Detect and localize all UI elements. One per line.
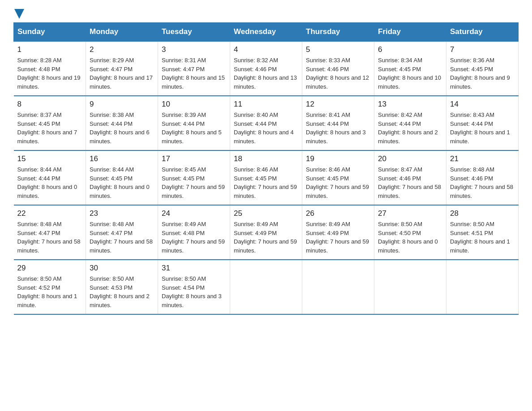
- day-info: Sunrise: 8:48 AMSunset: 4:46 PMDaylight:…: [450, 165, 515, 200]
- day-info: Sunrise: 8:46 AMSunset: 4:45 PMDaylight:…: [306, 165, 370, 200]
- day-info: Sunrise: 8:49 AMSunset: 4:49 PMDaylight:…: [306, 220, 370, 255]
- calendar-cell: 11Sunrise: 8:40 AMSunset: 4:44 PMDayligh…: [230, 96, 302, 150]
- day-info: Sunrise: 8:42 AMSunset: 4:44 PMDaylight:…: [378, 111, 442, 146]
- day-info: Sunrise: 8:34 AMSunset: 4:45 PMDaylight:…: [378, 56, 442, 91]
- calendar-header-saturday: Saturday: [446, 23, 519, 42]
- day-number: 7: [450, 45, 515, 54]
- day-number: 27: [378, 209, 442, 218]
- calendar-cell: 28Sunrise: 8:50 AMSunset: 4:51 PMDayligh…: [446, 205, 519, 260]
- calendar-cell: 2Sunrise: 8:29 AMSunset: 4:47 PMDaylight…: [86, 41, 158, 96]
- calendar-cell: 23Sunrise: 8:48 AMSunset: 4:47 PMDayligh…: [86, 205, 158, 260]
- day-number: 22: [17, 209, 82, 218]
- day-number: 24: [162, 209, 226, 218]
- calendar-header-tuesday: Tuesday: [158, 23, 230, 42]
- calendar-header-thursday: Thursday: [302, 23, 374, 42]
- calendar-week-2: 8Sunrise: 8:37 AMSunset: 4:45 PMDaylight…: [14, 96, 519, 150]
- day-number: 16: [90, 154, 154, 163]
- calendar-header-monday: Monday: [86, 23, 158, 42]
- calendar-cell: 16Sunrise: 8:44 AMSunset: 4:45 PMDayligh…: [86, 150, 158, 205]
- day-number: 28: [450, 209, 515, 218]
- day-number: 5: [306, 45, 370, 54]
- day-info: Sunrise: 8:50 AMSunset: 4:52 PMDaylight:…: [17, 274, 82, 309]
- calendar-cell: 15Sunrise: 8:44 AMSunset: 4:44 PMDayligh…: [14, 150, 86, 205]
- calendar-cell: 30Sunrise: 8:50 AMSunset: 4:53 PMDayligh…: [86, 260, 158, 314]
- day-number: 10: [162, 100, 226, 109]
- day-number: 20: [378, 154, 442, 163]
- day-number: 15: [17, 154, 82, 163]
- calendar-cell: 10Sunrise: 8:39 AMSunset: 4:44 PMDayligh…: [158, 96, 230, 150]
- day-info: Sunrise: 8:28 AMSunset: 4:48 PMDaylight:…: [17, 56, 82, 91]
- day-info: Sunrise: 8:40 AMSunset: 4:44 PMDaylight:…: [234, 111, 298, 146]
- day-info: Sunrise: 8:50 AMSunset: 4:53 PMDaylight:…: [90, 274, 154, 309]
- calendar-cell: [230, 260, 302, 314]
- day-number: 23: [90, 209, 154, 218]
- calendar-cell: 24Sunrise: 8:49 AMSunset: 4:48 PMDayligh…: [158, 205, 230, 260]
- day-info: Sunrise: 8:37 AMSunset: 4:45 PMDaylight:…: [17, 111, 82, 146]
- day-info: Sunrise: 8:36 AMSunset: 4:45 PMDaylight:…: [450, 56, 515, 91]
- day-number: 25: [234, 209, 298, 218]
- logo: [13, 9, 24, 18]
- day-number: 2: [90, 45, 154, 54]
- day-number: 6: [378, 45, 442, 54]
- day-info: Sunrise: 8:46 AMSunset: 4:45 PMDaylight:…: [234, 165, 298, 200]
- calendar-cell: 31Sunrise: 8:50 AMSunset: 4:54 PMDayligh…: [158, 260, 230, 314]
- day-info: Sunrise: 8:48 AMSunset: 4:47 PMDaylight:…: [90, 220, 154, 255]
- calendar-cell: 8Sunrise: 8:37 AMSunset: 4:45 PMDaylight…: [14, 96, 86, 150]
- day-info: Sunrise: 8:48 AMSunset: 4:47 PMDaylight:…: [17, 220, 82, 255]
- day-number: 8: [17, 100, 82, 109]
- calendar-cell: [302, 260, 374, 314]
- day-info: Sunrise: 8:44 AMSunset: 4:44 PMDaylight:…: [17, 165, 82, 200]
- day-number: 9: [90, 100, 154, 109]
- calendar-cell: 13Sunrise: 8:42 AMSunset: 4:44 PMDayligh…: [374, 96, 446, 150]
- calendar-cell: 29Sunrise: 8:50 AMSunset: 4:52 PMDayligh…: [14, 260, 86, 314]
- day-number: 3: [162, 45, 226, 54]
- day-info: Sunrise: 8:32 AMSunset: 4:46 PMDaylight:…: [234, 56, 298, 91]
- day-number: 14: [450, 100, 515, 109]
- calendar-week-3: 15Sunrise: 8:44 AMSunset: 4:44 PMDayligh…: [14, 150, 519, 205]
- calendar-cell: 26Sunrise: 8:49 AMSunset: 4:49 PMDayligh…: [302, 205, 374, 260]
- calendar-cell: [446, 260, 519, 314]
- calendar-header-row: SundayMondayTuesdayWednesdayThursdayFrid…: [14, 23, 519, 42]
- day-number: 13: [378, 100, 442, 109]
- day-info: Sunrise: 8:43 AMSunset: 4:44 PMDaylight:…: [450, 111, 515, 146]
- day-number: 4: [234, 45, 298, 54]
- calendar-cell: 27Sunrise: 8:50 AMSunset: 4:50 PMDayligh…: [374, 205, 446, 260]
- calendar-cell: 25Sunrise: 8:49 AMSunset: 4:49 PMDayligh…: [230, 205, 302, 260]
- calendar-cell: 4Sunrise: 8:32 AMSunset: 4:46 PMDaylight…: [230, 41, 302, 96]
- day-info: Sunrise: 8:45 AMSunset: 4:45 PMDaylight:…: [162, 165, 226, 200]
- calendar-cell: 20Sunrise: 8:47 AMSunset: 4:46 PMDayligh…: [374, 150, 446, 205]
- day-number: 19: [306, 154, 370, 163]
- calendar-cell: 9Sunrise: 8:38 AMSunset: 4:44 PMDaylight…: [86, 96, 158, 150]
- calendar-week-4: 22Sunrise: 8:48 AMSunset: 4:47 PMDayligh…: [14, 205, 519, 260]
- calendar-week-1: 1Sunrise: 8:28 AMSunset: 4:48 PMDaylight…: [14, 41, 519, 96]
- day-info: Sunrise: 8:44 AMSunset: 4:45 PMDaylight:…: [90, 165, 154, 200]
- page-header: [13, 9, 519, 18]
- calendar-cell: 7Sunrise: 8:36 AMSunset: 4:45 PMDaylight…: [446, 41, 519, 96]
- day-number: 31: [162, 264, 226, 273]
- day-number: 30: [90, 264, 154, 273]
- day-number: 18: [234, 154, 298, 163]
- day-number: 1: [17, 45, 82, 54]
- day-info: Sunrise: 8:29 AMSunset: 4:47 PMDaylight:…: [90, 56, 154, 91]
- day-info: Sunrise: 8:50 AMSunset: 4:54 PMDaylight:…: [162, 274, 226, 309]
- day-info: Sunrise: 8:49 AMSunset: 4:48 PMDaylight:…: [162, 220, 226, 255]
- calendar-cell: 5Sunrise: 8:33 AMSunset: 4:46 PMDaylight…: [302, 41, 374, 96]
- calendar-header-wednesday: Wednesday: [230, 23, 302, 42]
- calendar-cell: 6Sunrise: 8:34 AMSunset: 4:45 PMDaylight…: [374, 41, 446, 96]
- calendar-table: SundayMondayTuesdayWednesdayThursdayFrid…: [13, 22, 519, 315]
- day-number: 12: [306, 100, 370, 109]
- day-info: Sunrise: 8:31 AMSunset: 4:47 PMDaylight:…: [162, 56, 226, 91]
- day-info: Sunrise: 8:41 AMSunset: 4:44 PMDaylight:…: [306, 111, 370, 146]
- svg-marker-0: [14, 9, 24, 19]
- day-number: 17: [162, 154, 226, 163]
- day-number: 29: [17, 264, 82, 273]
- calendar-cell: 21Sunrise: 8:48 AMSunset: 4:46 PMDayligh…: [446, 150, 519, 205]
- day-info: Sunrise: 8:47 AMSunset: 4:46 PMDaylight:…: [378, 165, 442, 200]
- calendar-cell: 3Sunrise: 8:31 AMSunset: 4:47 PMDaylight…: [158, 41, 230, 96]
- day-info: Sunrise: 8:49 AMSunset: 4:49 PMDaylight:…: [234, 220, 298, 255]
- day-info: Sunrise: 8:39 AMSunset: 4:44 PMDaylight:…: [162, 111, 226, 146]
- calendar-cell: 12Sunrise: 8:41 AMSunset: 4:44 PMDayligh…: [302, 96, 374, 150]
- day-number: 21: [450, 154, 515, 163]
- calendar-cell: [374, 260, 446, 314]
- calendar-header-friday: Friday: [374, 23, 446, 42]
